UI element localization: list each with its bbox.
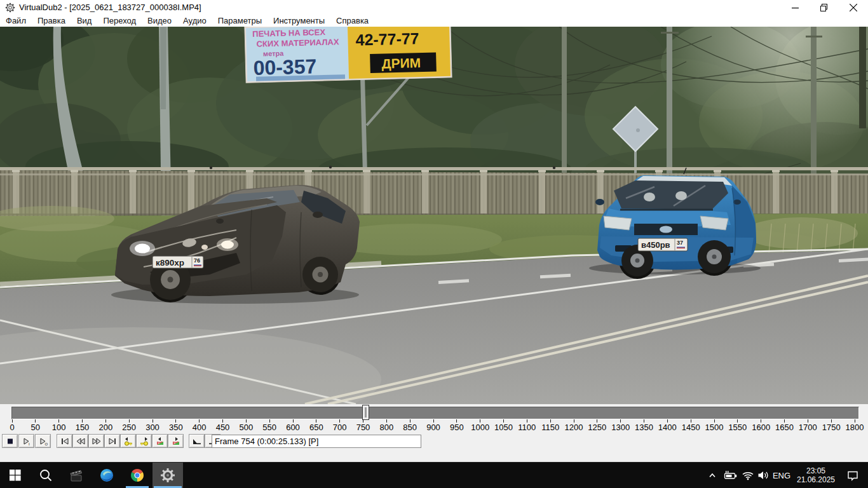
seek-bar[interactable] bbox=[11, 407, 859, 419]
go-end-button[interactable] bbox=[104, 434, 120, 448]
ruler-tick-label: 1000 bbox=[471, 423, 489, 432]
ruler-tick-label: 700 bbox=[333, 423, 347, 432]
menu-item-tools[interactable]: Инструменты bbox=[268, 15, 330, 27]
ruler-tick-label: 1700 bbox=[799, 423, 817, 432]
menu-item-edit[interactable]: Правка bbox=[32, 15, 71, 27]
wifi-tray-button[interactable] bbox=[740, 463, 756, 488]
virtualdub-app-icon bbox=[5, 3, 15, 13]
ruler-tick-label: 150 bbox=[76, 423, 90, 432]
mark-in-button[interactable] bbox=[189, 434, 205, 448]
ruler-tick-label: 1600 bbox=[752, 423, 770, 432]
play-output-button[interactable]: O bbox=[35, 434, 51, 448]
tray-date: 21.06.2025 bbox=[797, 475, 835, 484]
close-button[interactable] bbox=[839, 0, 868, 15]
film-clapper-icon bbox=[69, 468, 84, 483]
menu-item-view[interactable]: Вид bbox=[71, 15, 98, 27]
svg-text:O: O bbox=[44, 442, 48, 445]
ruler-tick-label: 1750 bbox=[822, 423, 841, 432]
ruler-tick-label: 650 bbox=[309, 423, 323, 432]
start-button[interactable] bbox=[0, 463, 31, 488]
clock[interactable]: 23:05 21.06.2025 bbox=[796, 463, 836, 488]
ruler-tick-label: 1100 bbox=[518, 423, 536, 432]
billboard-text-line1: ПЕЧАТЬ НА ВСЕХ bbox=[252, 27, 325, 39]
notification-icon bbox=[846, 470, 859, 481]
license-plate-blue-car: в450рв 37 bbox=[638, 238, 688, 251]
plate-region-blue-car: 37 bbox=[677, 240, 683, 246]
prev-keyframe-button[interactable] bbox=[120, 434, 136, 448]
ruler-tick-label: 900 bbox=[426, 423, 440, 432]
plate-region-dark-car: 76 bbox=[194, 257, 200, 264]
movies-tv-button[interactable] bbox=[61, 463, 92, 488]
play-input-button[interactable]: I bbox=[18, 434, 34, 448]
restore-icon bbox=[820, 4, 828, 11]
frame-status: Frame 754 (0:00:25.133) [P] bbox=[212, 435, 421, 448]
close-icon bbox=[850, 4, 857, 11]
edge-icon bbox=[99, 468, 114, 483]
ruler-tick-label: 1350 bbox=[635, 423, 653, 432]
edge-button[interactable] bbox=[92, 463, 122, 488]
minimize-icon bbox=[792, 4, 799, 11]
mark-in-icon bbox=[192, 437, 202, 446]
battery-tray-button[interactable] bbox=[722, 463, 740, 488]
windows-logo-icon bbox=[10, 470, 21, 481]
window-title: VirtualDub2 - [2025_0621_183727_000038I.… bbox=[19, 0, 201, 15]
plate-number-blue-car: в450рв bbox=[641, 240, 670, 250]
ruler-tick-label: 50 bbox=[31, 423, 40, 432]
menu-bar: ФайлПравкаВидПереходВидеоАудиоПараметрыИ… bbox=[0, 15, 868, 27]
go-start-button[interactable] bbox=[57, 434, 72, 448]
tray-time: 23:05 bbox=[806, 466, 825, 475]
stop-button[interactable] bbox=[2, 434, 18, 448]
screen: VirtualDub2 - [2025_0621_183727_000038I.… bbox=[0, 0, 868, 488]
ruler-tick-label: 600 bbox=[286, 423, 300, 432]
menu-item-video[interactable]: Видео bbox=[142, 15, 177, 27]
seek-thumb[interactable] bbox=[362, 405, 369, 420]
prev-scene-button[interactable] bbox=[152, 434, 168, 448]
plate-number-dark-car: к890хр bbox=[156, 258, 184, 268]
language-indicator[interactable]: ENG bbox=[769, 463, 794, 488]
virtualdub-taskbar-button[interactable] bbox=[153, 463, 183, 488]
search-button[interactable] bbox=[31, 463, 61, 488]
ruler-tick-label: 1200 bbox=[565, 423, 583, 432]
license-plate-dark-car: к890хр 76 bbox=[153, 256, 203, 268]
stop-icon bbox=[5, 437, 15, 446]
chrome-icon bbox=[130, 468, 145, 483]
minimize-button[interactable] bbox=[780, 0, 810, 15]
chrome-button[interactable] bbox=[122, 463, 153, 488]
step-forward-button[interactable] bbox=[88, 434, 104, 448]
ruler-tick-label: 1500 bbox=[705, 423, 724, 432]
next-scene-icon bbox=[171, 437, 181, 446]
ruler-tick-label: 1800 bbox=[846, 423, 864, 432]
play-input-icon: I bbox=[22, 437, 32, 446]
svg-text:I: I bbox=[29, 442, 30, 445]
ruler-tick-label: 1400 bbox=[658, 423, 677, 432]
ruler-tick-label: 850 bbox=[403, 423, 417, 432]
menu-item-file[interactable]: Файл bbox=[0, 15, 32, 27]
next-keyframe-icon bbox=[139, 437, 149, 446]
ruler-tick-label: 800 bbox=[379, 423, 393, 432]
road-scene: ПЕЧАТЬ НА ВСЕХ СКИХ МАТЕРИАЛАХ метра 00-… bbox=[0, 27, 868, 404]
battery-charging-icon bbox=[724, 470, 738, 480]
menu-item-help[interactable]: Справка bbox=[330, 15, 374, 27]
ruler-tick-label: 0 bbox=[10, 423, 14, 432]
next-keyframe-button[interactable] bbox=[136, 434, 152, 448]
menu-item-audio[interactable]: Аудио bbox=[177, 15, 212, 27]
go-start-icon bbox=[60, 437, 70, 446]
ruler-tick-label: 250 bbox=[122, 423, 136, 432]
action-center-button[interactable] bbox=[840, 463, 865, 488]
tray-overflow-button[interactable] bbox=[704, 463, 721, 488]
menu-item-options[interactable]: Параметры bbox=[212, 15, 268, 27]
next-scene-button[interactable] bbox=[168, 434, 184, 448]
step-backward-button[interactable] bbox=[72, 434, 88, 448]
billboard-brand: ДРИМ bbox=[381, 55, 421, 71]
chevron-up-icon bbox=[708, 471, 717, 479]
speaker-icon bbox=[757, 470, 769, 480]
ruler-tick-label: 200 bbox=[98, 423, 112, 432]
ruler-tick-label: 350 bbox=[169, 423, 183, 432]
restore-button[interactable] bbox=[810, 0, 839, 15]
taskbar: ENG 23:05 21.06.2025 bbox=[0, 462, 868, 488]
ruler-tick-label: 950 bbox=[450, 423, 464, 432]
control-panel: 0501001502002503003504004505005506006507… bbox=[0, 404, 868, 462]
ruler-tick-label: 1300 bbox=[611, 423, 630, 432]
menu-item-go[interactable]: Переход bbox=[97, 15, 142, 27]
ruler-tick-label: 1250 bbox=[588, 423, 606, 432]
